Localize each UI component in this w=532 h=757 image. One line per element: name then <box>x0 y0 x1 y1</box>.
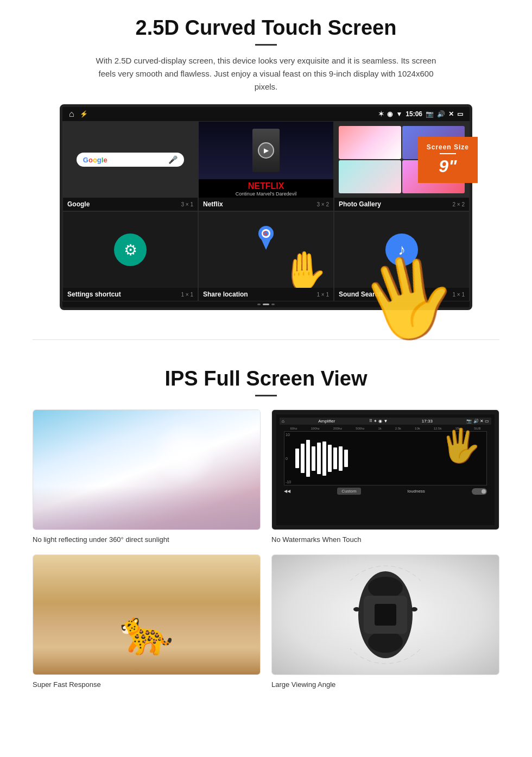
title-underline <box>255 44 277 46</box>
freq-2: 100hz <box>311 427 319 430</box>
bar-5 <box>317 443 321 475</box>
bar-8 <box>333 447 337 470</box>
sky-image-placeholder <box>33 410 260 529</box>
google-label: Google <box>67 200 90 208</box>
sound-label-row: Sound Search 1 × 1 <box>334 288 469 301</box>
cheetah-image-placeholder: 🐆 <box>33 555 260 674</box>
y-minus10: -10 <box>286 480 291 484</box>
amp-loudness-toggle[interactable] <box>472 488 487 495</box>
mic-icon: 🎤 <box>168 155 178 164</box>
netflix-bg: ▶ NETFLIX Continue Marvel's Daredevil <box>199 122 333 198</box>
cheetah-caption: Super Fast Response <box>33 680 261 689</box>
settings-label: Settings shortcut <box>67 291 121 298</box>
sound-content: ♪ <box>334 212 469 288</box>
netflix-size: 3 × 2 <box>316 201 329 207</box>
amp-image-placeholder: ⌂ Amplifier ⠿ ✶ ◉ ▼ 17:33 📷 🔊 ✕ ▭ 60hz 1… <box>272 410 499 529</box>
google-search-bar[interactable]: Google 🎤 <box>77 153 184 167</box>
bar-3 <box>306 440 310 477</box>
gallery-thumb-3 <box>339 160 401 193</box>
svg-rect-9 <box>375 604 396 626</box>
amp-icons: ⠿ ✶ ◉ ▼ <box>369 419 388 424</box>
car-image-placeholder <box>272 555 499 674</box>
status-bar: ⌂ ⚡ ✶ ◉ ▼ 15:06 📷 🔊 ✕ ▭ <box>62 107 470 121</box>
dot-1 <box>257 304 261 305</box>
sound-size: 1 × 1 <box>452 292 465 298</box>
amp-header: ⌂ Amplifier ⠿ ✶ ◉ ▼ 17:33 📷 🔊 ✕ ▭ <box>280 418 491 425</box>
settings-content: ⚙ <box>63 212 198 288</box>
usb-icon: ⚡ <box>80 110 88 118</box>
share-size: 1 × 1 <box>316 292 329 298</box>
app-cell-google[interactable]: Google 🎤 Google 3 × 1 <box>62 121 198 211</box>
settings-label-row: Settings shortcut 1 × 1 <box>63 288 198 301</box>
settings-bg: ⚙ <box>63 212 198 288</box>
car-image-box <box>271 554 499 675</box>
netflix-logo-area: NETFLIX Continue Marvel's Daredevil <box>199 179 333 198</box>
amp-screen: ⌂ Amplifier ⠿ ✶ ◉ ▼ 17:33 📷 🔊 ✕ ▭ 60hz 1… <box>276 414 495 525</box>
sky-bottom <box>33 486 260 529</box>
image-item-car: Large Viewing Angle <box>271 554 499 689</box>
amp-bottom: ◀◀ Custom loudness <box>280 485 491 497</box>
amp-title: Amplifier <box>318 419 335 424</box>
dot-2 <box>263 304 269 305</box>
bar-9 <box>339 446 343 471</box>
section1-title: 2.5D Curved Touch Screen <box>33 16 499 40</box>
badge-divider <box>440 153 456 154</box>
google-bg: Google 🎤 <box>63 122 198 198</box>
netflix-label: Netflix <box>203 200 223 208</box>
svg-point-6 <box>368 577 403 598</box>
amp-hand-icon: 🖐 <box>440 426 481 465</box>
home-icon[interactable]: ⌂ <box>69 109 74 119</box>
car-top-svg <box>350 560 421 669</box>
sky-image-box <box>33 409 261 530</box>
app-cell-share[interactable]: G 🤚 Share location 1 × 1 <box>198 211 334 301</box>
sun-glare <box>151 421 217 486</box>
bar-1 <box>295 449 299 468</box>
svg-marker-3 <box>261 239 271 250</box>
netflix-subtitle: Continue Marvel's Daredevil <box>203 191 329 197</box>
battery-icon: ▭ <box>457 110 463 118</box>
freq-1: 60hz <box>290 427 297 430</box>
gallery-label: Photo Gallery <box>339 200 381 208</box>
svg-point-10 <box>353 607 360 611</box>
car-caption: Large Viewing Angle <box>271 680 499 689</box>
sound-label: Sound Search <box>339 291 383 298</box>
image-item-cheetah: 🐆 Super Fast Response <box>33 554 261 689</box>
app-cell-sound[interactable]: ♪ Sound Search 1 × 1 <box>334 211 470 301</box>
app-cell-settings[interactable]: ⚙ Settings shortcut 1 × 1 <box>62 211 198 301</box>
bar-7 <box>328 445 332 472</box>
status-bar-left: ⌂ ⚡ <box>69 109 88 119</box>
section1-description: With 2.5D curved-display screen, this de… <box>92 54 440 93</box>
section-ips: IPS Full Screen View No light reflecting… <box>0 356 532 705</box>
maps-icon: G <box>252 223 280 255</box>
amp-time: 17:33 <box>422 419 433 424</box>
share-label-row: Share location 1 × 1 <box>199 288 333 301</box>
music-note-icon: ♪ <box>398 241 406 258</box>
scroll-dots <box>62 301 470 307</box>
device-mockup: Screen Size 9" ⌂ ⚡ ✶ ◉ ▼ 15:06 📷 🔊 ✕ <box>60 104 472 310</box>
wifi-icon: ▼ <box>396 110 402 118</box>
freq-7: 10k <box>415 427 420 430</box>
hand-pointing-icon: 🤚 <box>281 249 328 288</box>
bluetooth-icon: ✶ <box>378 110 384 118</box>
netflix-logo: NETFLIX <box>203 181 329 191</box>
cheetah-ground <box>33 647 260 674</box>
volume-icon: 🔊 <box>437 110 445 118</box>
app-grid: Google 🎤 Google 3 × 1 <box>62 121 470 301</box>
svg-point-7 <box>368 631 403 653</box>
netflix-label-row: Netflix 3 × 2 <box>199 198 333 211</box>
time-display: 15:06 <box>406 110 422 118</box>
image-grid: No light reflecting under 360° direct su… <box>33 409 499 689</box>
music-icon-circle: ♪ <box>385 234 418 266</box>
gallery-label-row: Photo Gallery 2 × 2 <box>334 198 469 211</box>
section-curved-screen: 2.5D Curved Touch Screen With 2.5D curve… <box>0 0 532 323</box>
share-label: Share location <box>203 291 248 298</box>
app-cell-netflix[interactable]: ▶ NETFLIX Continue Marvel's Daredevil Ne <box>198 121 334 211</box>
status-bar-right: ✶ ◉ ▼ 15:06 📷 🔊 ✕ ▭ <box>378 110 463 118</box>
badge-size: 9" <box>427 156 469 176</box>
gallery-thumb-1 <box>339 126 401 159</box>
amp-image-box: ⌂ Amplifier ⠿ ✶ ◉ ▼ 17:33 📷 🔊 ✕ ▭ 60hz 1… <box>271 409 499 530</box>
figure-silhouette: ▶ <box>252 129 280 172</box>
amp-home-icon: ⌂ <box>282 419 284 424</box>
image-item-sky: No light reflecting under 360° direct su… <box>33 409 261 544</box>
netflix-play-button[interactable]: ▶ <box>258 142 274 159</box>
